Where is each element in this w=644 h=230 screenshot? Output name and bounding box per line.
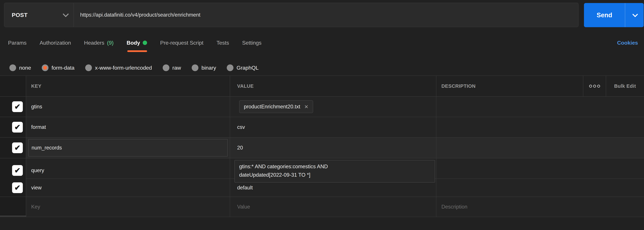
header-checkbox-gutter [0, 76, 26, 96]
send-options-button[interactable] [625, 3, 644, 27]
body-mode-graphql-label: GraphQL [236, 65, 258, 71]
radio-icon [10, 64, 16, 71]
table-header-row: KEY VALUE DESCRIPTION Bulk Edit [0, 76, 644, 97]
spacer-cell [583, 117, 606, 137]
value-cell[interactable]: productEnrichment20.txt ✕ [230, 97, 436, 117]
tab-params-label: Params [8, 40, 26, 46]
body-mode-x-www-form-urlencoded[interactable]: x-www-form-urlencoded [85, 64, 152, 71]
value-cell: gtins:* AND categories:comestics AND dat… [230, 158, 436, 182]
row-checkbox-cell: ✔ [0, 117, 26, 137]
close-icon[interactable]: ✕ [304, 104, 308, 110]
spacer-cell [606, 97, 644, 117]
value-placeholder[interactable]: Value [230, 197, 436, 217]
tab-body-label: Body [126, 40, 140, 46]
method-select[interactable]: POST [4, 3, 74, 27]
spacer-cell [583, 197, 606, 217]
description-cell[interactable] [436, 138, 583, 158]
body-mode-options: none form-data x-www-form-urlencoded raw… [0, 59, 644, 76]
body-mode-raw-label: raw [172, 65, 181, 71]
tab-tests-label: Tests [216, 40, 229, 46]
key-cell[interactable]: format [26, 117, 230, 137]
active-tab-underline [127, 50, 147, 52]
row-checkbox-cell: ✔ [0, 138, 26, 158]
spacer-cell [606, 197, 644, 217]
key-placeholder[interactable]: Key [26, 197, 230, 217]
tab-authorization-label: Authorization [40, 40, 71, 46]
row-enabled-checkbox[interactable]: ✔ [12, 182, 23, 193]
column-header-value: VALUE [230, 76, 436, 96]
body-mode-raw[interactable]: raw [163, 64, 181, 71]
tab-settings-label: Settings [242, 40, 262, 46]
body-mode-graphql[interactable]: GraphQL [227, 64, 258, 71]
table-options-cell [583, 76, 606, 96]
check-icon: ✔ [14, 184, 21, 192]
row-checkbox-cell: ✔ [0, 179, 26, 196]
description-placeholder[interactable]: Description [436, 197, 583, 217]
request-url-bar: POST [4, 3, 578, 27]
chevron-down-icon [63, 11, 69, 17]
radio-icon [163, 64, 170, 71]
description-cell[interactable] [436, 117, 583, 137]
body-mode-none[interactable]: none [10, 64, 31, 71]
file-chip-name: productEnrichment20.txt [244, 104, 300, 110]
send-button[interactable]: Send [584, 3, 625, 27]
query-line-2: dateUpdated[2022-09-31 TO *] [239, 171, 430, 179]
column-header-key: KEY [26, 76, 230, 96]
method-label: POST [12, 12, 28, 18]
value-textarea[interactable]: gtins:* AND categories:comestics AND dat… [234, 160, 435, 182]
more-options-icon[interactable] [589, 85, 600, 88]
query-line-1: gtins:* AND categories:comestics AND [239, 162, 430, 171]
key-cell[interactable]: view [26, 179, 230, 196]
radio-icon [227, 64, 234, 71]
send-button-label: Send [597, 12, 612, 19]
tab-headers[interactable]: Headers (9) [84, 40, 114, 46]
tab-pre-request-script[interactable]: Pre-request Script [160, 40, 204, 46]
table-row-new-entry: Key Value Description [0, 197, 644, 217]
body-mode-form-data-label: form-data [52, 65, 74, 71]
body-mode-form-data[interactable]: form-data [42, 64, 74, 71]
tab-settings[interactable]: Settings [242, 40, 262, 46]
request-tabs: Params Authorization Headers (9) Body Pr… [0, 34, 644, 52]
tab-params[interactable]: Params [8, 40, 26, 46]
row-enabled-checkbox[interactable]: ✔ [12, 142, 23, 153]
table-row-num-records: ✔ num_records 20 [0, 138, 644, 158]
body-mode-none-label: none [19, 65, 31, 71]
description-cell[interactable] [436, 179, 583, 196]
table-row-query: ✔ query gtins:* AND categories:comestics… [0, 158, 644, 179]
body-mode-binary-label: binary [202, 65, 216, 71]
spacer-cell [583, 97, 606, 117]
chevron-down-icon [632, 12, 638, 17]
tab-authorization[interactable]: Authorization [40, 40, 71, 46]
postman-request-builder: { "request_bar": { "method": "POST", "ur… [0, 0, 644, 230]
headers-count-badge: (9) [107, 40, 114, 46]
table-row-gtins: ✔ gtins productEnrichment20.txt ✕ [0, 97, 644, 117]
row-enabled-checkbox[interactable]: ✔ [12, 165, 23, 176]
scrollbar-hint[interactable] [0, 216, 26, 216]
row-enabled-checkbox[interactable]: ✔ [12, 101, 23, 112]
tab-tests[interactable]: Tests [216, 40, 229, 46]
bulk-edit-button[interactable]: Bulk Edit [606, 76, 644, 96]
column-header-description: DESCRIPTION [436, 76, 583, 96]
row-enabled-checkbox[interactable]: ✔ [12, 122, 23, 132]
body-has-content-dot-icon [143, 40, 147, 45]
description-cell[interactable] [436, 97, 583, 117]
send-split-button: Send [584, 3, 644, 27]
form-data-table: KEY VALUE DESCRIPTION Bulk Edit ✔ gtins … [0, 76, 644, 217]
value-cell[interactable]: 20 [230, 138, 436, 158]
spacer-cell [606, 138, 644, 158]
url-input[interactable] [74, 3, 578, 27]
radio-selected-icon [42, 64, 48, 71]
file-chip[interactable]: productEnrichment20.txt ✕ [239, 100, 313, 113]
check-icon: ✔ [14, 144, 21, 152]
cookies-link[interactable]: Cookies [617, 40, 638, 46]
spacer-cell [583, 179, 606, 196]
body-mode-binary[interactable]: binary [192, 64, 216, 71]
spacer-cell [583, 138, 606, 158]
value-cell[interactable]: csv [230, 117, 436, 137]
key-cell[interactable]: gtins [26, 97, 230, 117]
check-icon: ✔ [14, 167, 21, 174]
spacer-cell [606, 179, 644, 196]
key-input-field[interactable]: num_records [28, 139, 228, 156]
tab-body[interactable]: Body [126, 40, 147, 46]
spacer-cell [606, 117, 644, 137]
